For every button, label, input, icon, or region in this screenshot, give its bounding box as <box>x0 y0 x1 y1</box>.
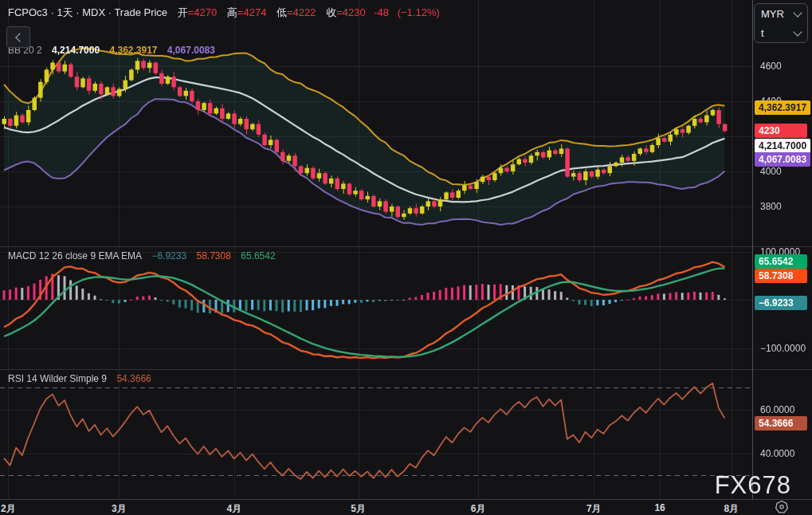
low-value: 4222 <box>293 6 316 18</box>
open-label: 开 <box>178 6 188 18</box>
chevron-down-icon <box>793 27 802 36</box>
time-axis-label: 8月 <box>724 502 739 515</box>
time-axis-label: 2月 <box>1 502 16 515</box>
change-value: -48 <box>374 6 389 18</box>
high-value: 4274 <box>243 6 266 18</box>
symbol-title[interactable]: FCPOc3 · 1天 · MDX · Trade Price <box>8 6 167 18</box>
axis-tick-label: −100.0000 <box>760 343 806 354</box>
back-button[interactable] <box>6 26 30 48</box>
unit-dropdown[interactable]: t <box>755 23 807 42</box>
macd-line-value: 58.7308 <box>196 250 230 261</box>
macd-signal-value: 65.6542 <box>241 250 275 261</box>
time-axis-label: 7月 <box>586 502 602 515</box>
axis-tick-label: 60.0000 <box>760 404 794 415</box>
close-value: 4230 <box>343 6 366 18</box>
macd-hist-badge: −6.9233 <box>755 296 807 310</box>
bb-lower-value: 4,067.0083 <box>167 45 215 56</box>
last-price-badge: 4230 <box>755 124 807 138</box>
bb-basis-value: 4,214.7000 <box>52 45 100 56</box>
unit-value: t <box>761 27 764 39</box>
heptagon-target-icon[interactable] <box>774 500 790 514</box>
low-label: 低 <box>277 6 287 18</box>
currency-unit-selector: MYR t <box>754 3 808 43</box>
price-axis[interactable]: 4,362.3917 4230 4,214.7000 4,067.0083 65… <box>752 0 812 515</box>
macd-signal-badge: 65.6542 <box>755 254 807 269</box>
bb-upper-price-badge: 4,362.3917 <box>755 100 810 115</box>
fx678-watermark: FX678 <box>715 471 791 500</box>
rsi-value-badge: 54.3666 <box>755 416 807 430</box>
axis-tick-label: 3800 <box>760 201 782 212</box>
change-percent: (−1.12%) <box>398 6 440 18</box>
symbol-header: FCPOc3 · 1天 · MDX · Trade Price 开=4270 高… <box>8 6 440 20</box>
open-value: 4270 <box>194 6 217 18</box>
rsi-indicator-row[interactable]: RSI 14 Wilder Simple 9 54.3666 <box>8 373 159 384</box>
time-axis-label: 5月 <box>351 502 366 515</box>
trading-chart-app: FCPOc3 · 1天 · MDX · Trade Price 开=4270 高… <box>0 0 812 515</box>
panel-divider-macd <box>0 246 812 247</box>
chevron-left-icon <box>15 33 24 41</box>
panel-divider-rsi <box>0 369 812 370</box>
chevron-down-icon <box>793 8 802 17</box>
bb-indicator-row[interactable]: BB 20 2 4,214.7000 4,362.3917 4,067.0083 <box>8 45 222 56</box>
bb-lower-price-badge: 4,067.0083 <box>755 152 810 167</box>
chart-canvas[interactable] <box>0 0 752 499</box>
currency-value: MYR <box>761 8 784 20</box>
time-axis-label: 4月 <box>226 502 241 515</box>
high-label: 高 <box>227 6 237 18</box>
time-axis-label: 16 <box>654 502 665 513</box>
axis-tick-label: 4000 <box>760 166 782 177</box>
bb-basis-price-badge: 4,214.7000 <box>755 139 810 153</box>
time-axis-label: 6月 <box>471 502 486 515</box>
close-label: 收 <box>326 6 336 18</box>
currency-dropdown[interactable]: MYR <box>755 4 807 23</box>
rsi-value: 54.3666 <box>116 373 151 384</box>
macd-line-badge: 58.7308 <box>755 269 807 283</box>
time-axis-label: 3月 <box>112 502 127 515</box>
macd-indicator-row[interactable]: MACD 12 26 close 9 EMA EMA −6.9233 58.73… <box>8 250 283 261</box>
rsi-label: RSI 14 Wilder Simple 9 <box>8 373 107 384</box>
axis-tick-label: 40.0000 <box>760 448 794 459</box>
macd-hist-value: −6.9233 <box>151 250 186 261</box>
axis-tick-label: 4600 <box>760 61 782 72</box>
time-axis[interactable]: 2月3月4月5月6月7月168月 <box>0 499 812 515</box>
bb-upper-value: 4,362.3917 <box>109 45 157 56</box>
macd-label: MACD 12 26 close 9 EMA EMA <box>8 250 142 261</box>
